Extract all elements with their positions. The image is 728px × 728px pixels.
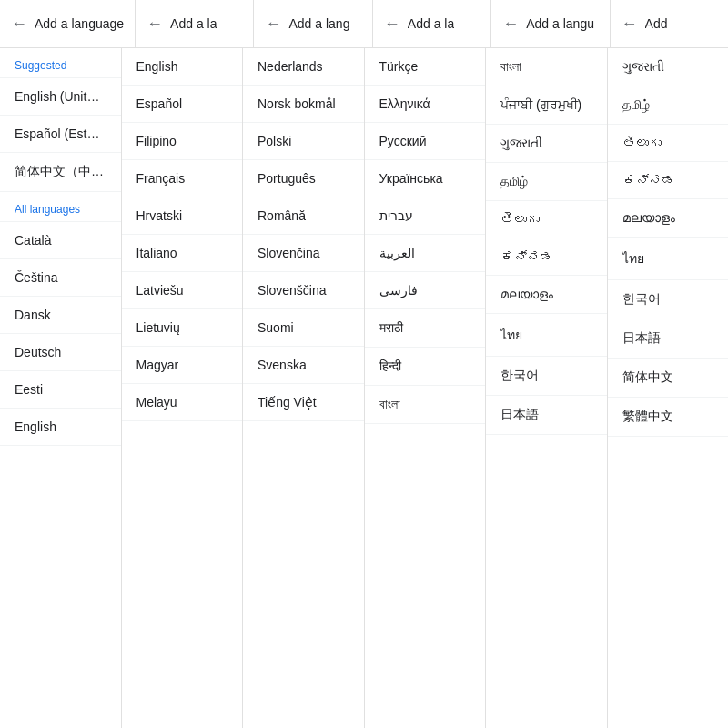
language-item[interactable]: Español bbox=[122, 86, 243, 123]
language-item[interactable]: Română bbox=[243, 197, 364, 235]
header-title: Add a la bbox=[170, 16, 217, 31]
language-item[interactable]: ಕನ್ನಡ bbox=[486, 238, 607, 276]
header-panel-4: ←Add a langu bbox=[491, 0, 610, 47]
column-2: NederlandsNorsk bokmålPolskiPortuguêsRom… bbox=[243, 48, 365, 728]
content-row: SuggestedEnglish (United States)Español … bbox=[0, 48, 728, 728]
column-4: বাংলাਪੰਜਾਬੀ (ਗੁਰਮੁਖੀ)ગુજરાતીதமிழ்తెలుగుಕ… bbox=[486, 48, 608, 728]
language-item[interactable]: 日本語 bbox=[486, 396, 607, 435]
language-item[interactable]: Polski bbox=[243, 123, 364, 160]
language-item[interactable]: Slovenščina bbox=[243, 272, 364, 309]
language-item[interactable]: Hrvatski bbox=[122, 197, 243, 235]
language-item[interactable]: Latviešu bbox=[122, 272, 243, 309]
language-item[interactable]: Magyar bbox=[122, 347, 243, 384]
language-item[interactable]: Čeština bbox=[0, 259, 121, 297]
language-item[interactable]: Deutsch bbox=[0, 334, 121, 371]
language-item[interactable]: English (United States) bbox=[0, 78, 121, 116]
language-item[interactable]: English bbox=[0, 409, 121, 446]
language-item[interactable]: 简体中文（中国） bbox=[0, 153, 121, 192]
language-item[interactable]: বাংলা bbox=[486, 48, 607, 86]
language-item[interactable]: മലയാളം bbox=[608, 199, 729, 238]
header-panel-5: ←Add bbox=[611, 0, 728, 47]
language-item[interactable]: Italiano bbox=[122, 235, 243, 272]
language-item[interactable]: తెలుగు bbox=[608, 125, 729, 162]
header-panel-1: ←Add a la bbox=[136, 0, 254, 47]
column-5: ગુજરાતીதமிழ்తెలుగుಕನ್ನಡമലയാളംไทย한국어日本語简体… bbox=[608, 48, 729, 728]
language-item[interactable]: Dansk bbox=[0, 297, 121, 334]
header-title: Add a language bbox=[35, 16, 124, 31]
language-item[interactable]: ಕನ್ನಡ bbox=[608, 162, 729, 199]
column-3: TürkçeΕλληνικάРусскийУкраїнськаעבריתالعر… bbox=[365, 48, 487, 728]
language-item[interactable]: Español (Estados Unidos) bbox=[0, 116, 121, 153]
language-item[interactable]: Melayu bbox=[122, 384, 243, 421]
header-title: Add a lang bbox=[288, 16, 349, 31]
language-item[interactable]: मराठी bbox=[365, 309, 486, 348]
language-item[interactable]: Slovenčina bbox=[243, 235, 364, 272]
header-title: Add bbox=[645, 16, 668, 31]
language-item[interactable]: Türkçe bbox=[365, 48, 486, 86]
language-item[interactable]: ગુજરાતી bbox=[608, 48, 729, 86]
header-title: Add a langu bbox=[526, 16, 594, 31]
language-item[interactable]: Filipino bbox=[122, 123, 243, 160]
language-item[interactable]: ગુજરાતી bbox=[486, 125, 607, 163]
language-item[interactable]: Русский bbox=[365, 123, 486, 160]
language-item[interactable]: Ελληνικά bbox=[365, 86, 486, 123]
language-item[interactable]: Svenska bbox=[243, 347, 364, 384]
language-item[interactable]: Nederlands bbox=[243, 48, 364, 86]
back-arrow-icon[interactable]: ← bbox=[147, 15, 163, 34]
header-panel-2: ←Add a lang bbox=[254, 0, 372, 47]
language-item[interactable]: Català bbox=[0, 222, 121, 259]
header-panel-0: ←Add a language bbox=[0, 0, 136, 47]
language-item[interactable]: ਪੰਜਾਬੀ (ਗੁਰਮੁਖੀ) bbox=[486, 86, 607, 125]
header-panel-3: ←Add a la bbox=[373, 0, 491, 47]
language-item[interactable]: Suomi bbox=[243, 309, 364, 347]
language-item[interactable]: Norsk bokmål bbox=[243, 86, 364, 123]
back-arrow-icon[interactable]: ← bbox=[622, 15, 638, 34]
language-item[interactable]: 简体中文 bbox=[608, 359, 729, 398]
back-arrow-icon[interactable]: ← bbox=[384, 15, 400, 34]
column-1: EnglishEspañolFilipinoFrançaisHrvatskiIt… bbox=[122, 48, 244, 728]
language-item[interactable]: English bbox=[122, 48, 243, 86]
language-item[interactable]: Français bbox=[122, 160, 243, 197]
language-item[interactable]: Português bbox=[243, 160, 364, 197]
language-item[interactable]: தமிழ் bbox=[608, 86, 729, 125]
back-arrow-icon[interactable]: ← bbox=[265, 15, 281, 34]
language-item[interactable]: ไทย bbox=[608, 238, 729, 280]
section-label: All languages bbox=[0, 192, 121, 222]
language-item[interactable]: 繁體中文 bbox=[608, 398, 729, 437]
language-item[interactable]: العربية bbox=[365, 235, 486, 272]
language-item[interactable]: Tiếng Việt bbox=[243, 384, 364, 421]
section-label: Suggested bbox=[0, 48, 121, 78]
language-item[interactable]: தமிழ் bbox=[486, 163, 607, 201]
language-item[interactable]: മലയാളം bbox=[486, 276, 607, 314]
language-item[interactable]: עברית bbox=[365, 197, 486, 235]
language-item[interactable]: తెలుగు bbox=[486, 201, 607, 238]
language-item[interactable]: বাংলা bbox=[365, 386, 486, 424]
language-item[interactable]: فارسی bbox=[365, 272, 486, 309]
header-row: ←Add a language←Add a la←Add a lang←Add … bbox=[0, 0, 728, 48]
language-item[interactable]: ไทย bbox=[486, 314, 607, 357]
column-0: SuggestedEnglish (United States)Español … bbox=[0, 48, 122, 728]
header-title: Add a la bbox=[408, 16, 454, 31]
language-item[interactable]: Lietuvių bbox=[122, 309, 243, 347]
language-item[interactable]: Українська bbox=[365, 160, 486, 197]
page-container: ←Add a language←Add a la←Add a lang←Add … bbox=[0, 0, 728, 728]
language-item[interactable]: Eesti bbox=[0, 371, 121, 409]
language-item[interactable]: 日本語 bbox=[608, 319, 729, 359]
language-item[interactable]: 한국어 bbox=[608, 280, 729, 319]
language-item[interactable]: 한국어 bbox=[486, 357, 607, 396]
language-item[interactable]: हिन्दी bbox=[365, 348, 486, 386]
back-arrow-icon[interactable]: ← bbox=[11, 15, 27, 34]
back-arrow-icon[interactable]: ← bbox=[502, 15, 519, 34]
